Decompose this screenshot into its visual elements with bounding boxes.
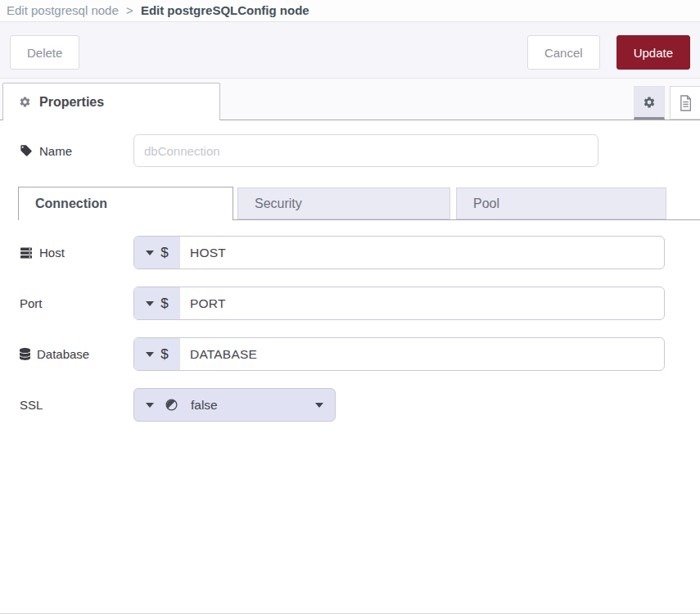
update-button[interactable]: Update xyxy=(616,35,690,70)
name-label: Name xyxy=(39,144,72,158)
chevron-down-icon xyxy=(146,301,154,306)
node-settings-button[interactable] xyxy=(634,86,665,120)
host-row: Host $ xyxy=(20,236,665,269)
tab-security[interactable]: Security xyxy=(237,187,450,219)
ssl-label: SSL xyxy=(20,398,43,412)
name-row: Name xyxy=(20,134,598,167)
breadcrumb: Edit postgresql node > Edit postgreSQLCo… xyxy=(0,0,700,22)
chevron-down-icon xyxy=(146,403,154,408)
tab-properties-label: Properties xyxy=(39,95,104,110)
ssl-label-group: SSL xyxy=(20,398,133,412)
tab-security-label: Security xyxy=(255,196,302,211)
env-var-icon: $ xyxy=(160,296,168,312)
gear-icon xyxy=(19,96,31,108)
port-label: Port xyxy=(20,296,43,310)
database-type-select-button[interactable]: $ xyxy=(134,338,180,370)
boolean-icon xyxy=(165,398,178,412)
ssl-value: false xyxy=(189,398,305,413)
server-icon xyxy=(20,246,33,260)
delete-button[interactable]: Delete xyxy=(10,35,79,70)
port-label-group: Port xyxy=(20,296,133,310)
tab-pool[interactable]: Pool xyxy=(456,187,666,219)
host-typed-input: $ xyxy=(133,236,665,269)
database-label-group: Database xyxy=(20,347,133,361)
host-type-select-button[interactable]: $ xyxy=(134,237,180,269)
tab-properties[interactable]: Properties xyxy=(2,83,220,120)
chevron-down-icon xyxy=(315,403,323,408)
edit-node-dialog: Edit postgresql node > Edit postgreSQLCo… xyxy=(0,0,700,614)
document-icon xyxy=(679,95,693,111)
host-input[interactable] xyxy=(180,237,664,269)
env-var-icon: $ xyxy=(160,245,168,261)
breadcrumb-parent[interactable]: Edit postgresql node xyxy=(7,3,119,17)
env-var-icon: $ xyxy=(160,346,168,363)
properties-form: Name Connection Security Pool xyxy=(0,120,700,614)
chevron-down-icon xyxy=(146,352,154,357)
tab-pool-label: Pool xyxy=(473,196,499,211)
tag-icon xyxy=(20,144,33,157)
breadcrumb-current: Edit postgreSQLConfig node xyxy=(141,3,309,17)
port-input[interactable] xyxy=(180,287,664,319)
database-row: Database $ xyxy=(20,337,665,371)
dialog-toolbar: Delete Cancel Update xyxy=(0,22,700,79)
node-description-button[interactable] xyxy=(670,86,700,120)
editor-tabbar: Properties xyxy=(0,79,700,120)
database-typed-input: $ xyxy=(133,337,665,371)
port-typed-input: $ xyxy=(133,287,665,320)
host-label-group: Host xyxy=(20,246,133,260)
port-type-select-button[interactable]: $ xyxy=(134,287,180,319)
gear-icon xyxy=(643,96,656,109)
breadcrumb-separator: > xyxy=(126,3,133,17)
host-label: Host xyxy=(39,246,65,260)
tab-connection-label: Connection xyxy=(35,196,107,211)
chevron-down-icon xyxy=(146,251,154,255)
database-icon xyxy=(20,348,30,360)
port-row: Port $ xyxy=(20,287,665,320)
section-tabs: Connection Security Pool xyxy=(18,187,700,220)
ssl-boolean-select[interactable]: false xyxy=(133,388,336,422)
ssl-row: SSL false xyxy=(20,388,665,422)
name-label-group: Name xyxy=(20,144,133,158)
database-label: Database xyxy=(37,347,89,361)
cancel-button[interactable]: Cancel xyxy=(527,35,600,70)
tab-connection[interactable]: Connection xyxy=(18,187,233,220)
database-input[interactable] xyxy=(180,338,664,370)
name-input[interactable] xyxy=(133,134,598,167)
